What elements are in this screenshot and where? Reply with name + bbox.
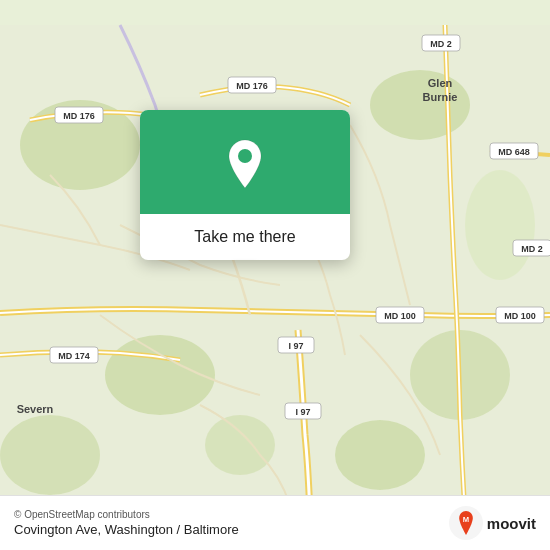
svg-text:MD 174: MD 174 <box>58 351 90 361</box>
bottom-bar-info: © OpenStreetMap contributors Covington A… <box>14 509 239 537</box>
svg-point-4 <box>105 335 215 415</box>
svg-text:Glen: Glen <box>428 77 453 89</box>
bottom-bar: © OpenStreetMap contributors Covington A… <box>0 495 550 550</box>
svg-point-9 <box>465 170 535 280</box>
map-background: MD 176 MD 176 MD 100 MD 100 MD 174 I 97 … <box>0 0 550 550</box>
svg-text:MD 176: MD 176 <box>63 111 95 121</box>
svg-point-33 <box>238 149 252 163</box>
take-me-there-button[interactable]: Take me there <box>194 228 295 246</box>
popup-green-area <box>140 110 350 214</box>
svg-text:M: M <box>463 515 469 524</box>
svg-text:MD 2: MD 2 <box>430 39 452 49</box>
svg-text:Severn: Severn <box>17 403 54 415</box>
location-name: Covington Ave, Washington / Baltimore <box>14 522 239 537</box>
svg-point-2 <box>370 70 470 140</box>
svg-text:MD 2: MD 2 <box>521 244 543 254</box>
svg-text:MD 176: MD 176 <box>236 81 268 91</box>
map-container: MD 176 MD 176 MD 100 MD 100 MD 174 I 97 … <box>0 0 550 550</box>
svg-text:I 97: I 97 <box>295 407 310 417</box>
moovit-icon: M <box>449 506 483 540</box>
location-pin-icon <box>223 138 267 190</box>
moovit-logo: M moovit <box>449 506 536 540</box>
svg-text:MD 100: MD 100 <box>384 311 416 321</box>
popup-button-area[interactable]: Take me there <box>140 214 350 260</box>
svg-text:MD 100: MD 100 <box>504 311 536 321</box>
svg-point-6 <box>335 420 425 490</box>
moovit-logo-text: moovit <box>487 515 536 532</box>
svg-text:I 97: I 97 <box>288 341 303 351</box>
svg-text:MD 648: MD 648 <box>498 147 530 157</box>
svg-point-8 <box>205 415 275 475</box>
popup-card: Take me there <box>140 110 350 260</box>
osm-credit: © OpenStreetMap contributors <box>14 509 239 520</box>
svg-point-7 <box>0 415 100 495</box>
svg-text:Burnie: Burnie <box>423 91 458 103</box>
